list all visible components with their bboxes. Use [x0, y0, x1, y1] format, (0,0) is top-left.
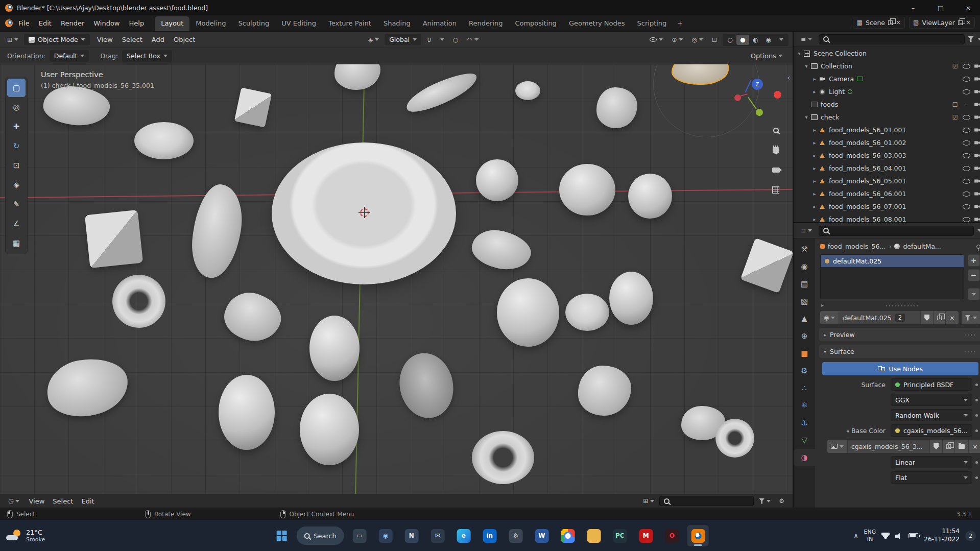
editor-settings-button[interactable]: ⚙ — [776, 496, 787, 506]
bread-slices[interactable] — [43, 354, 132, 421]
proportional-editing-button[interactable]: ○ — [450, 35, 461, 45]
open-image-button[interactable] — [955, 440, 969, 453]
move[interactable]: ✚ — [7, 117, 26, 136]
transform[interactable]: ◈ — [7, 176, 26, 194]
workspace-tab[interactable]: UV Editing — [275, 16, 322, 31]
expander-icon[interactable]: ▸ — [811, 76, 818, 82]
row-label[interactable]: food_models_56_04.001 — [829, 164, 906, 172]
viewlayer-selector[interactable]: ▧ ViewLayer × — [909, 17, 975, 29]
wireframe-shading-button[interactable]: ○ — [724, 35, 736, 45]
notepad-app[interactable]: N — [401, 525, 422, 546]
camera-app[interactable]: ◉ — [375, 525, 396, 546]
row-control-icon[interactable] — [973, 90, 980, 94]
modifiers[interactable]: ⚙ — [794, 362, 815, 379]
row-control-icon[interactable] — [973, 205, 980, 209]
outliner-row[interactable]: ▸ food_models_56_01.001 — [794, 124, 980, 136]
use-nodes-button[interactable]: Use Nodes — [822, 362, 978, 375]
row-label[interactable]: food_models_56_01.002 — [829, 139, 906, 147]
row-control-icon[interactable] — [962, 128, 971, 133]
overlays-button[interactable]: ◎ — [688, 35, 706, 45]
outliner-row[interactable]: ▸ food_models_56_04.001 — [794, 162, 980, 175]
battery-icon[interactable] — [909, 533, 918, 538]
workspace-tab[interactable]: Animation — [417, 16, 463, 31]
users-count-badge[interactable]: 2 — [895, 314, 905, 322]
row-control-icon[interactable] — [973, 218, 980, 222]
cursor[interactable]: ◎ — [7, 98, 26, 116]
cheese-wheel[interactable] — [565, 294, 609, 331]
row-label[interactable]: food_models_56_07.001 — [829, 203, 906, 210]
row-control-icon[interactable] — [973, 192, 980, 196]
browse-material-button[interactable]: ◉ — [820, 311, 839, 324]
constraints[interactable]: ⚓ — [794, 414, 815, 432]
outliner-row[interactable]: foods — [794, 98, 980, 111]
decorator[interactable] — [972, 384, 980, 386]
editor-type-button[interactable]: ≡ — [798, 226, 815, 236]
chevron-down-icon[interactable] — [977, 38, 980, 40]
donut[interactable] — [472, 431, 534, 484]
expander-icon[interactable]: ▸ — [811, 127, 818, 133]
cheese-wedge[interactable] — [740, 238, 793, 293]
fake-user-image-button[interactable] — [930, 440, 943, 453]
editor-menu-item[interactable]: Edit — [77, 496, 98, 507]
row-control-icon[interactable] — [962, 64, 971, 69]
properties-search-input[interactable] — [819, 226, 974, 236]
banana-bunch[interactable] — [187, 181, 247, 281]
row-control-icon[interactable] — [973, 128, 980, 132]
outliner-row[interactable]: ▸ food_models_56_05.001 — [794, 175, 980, 187]
row-label[interactable]: check — [821, 113, 840, 121]
row-label[interactable]: food_models_56_05.001 — [829, 177, 906, 185]
xray-toggle-button[interactable]: ⊡ — [709, 35, 720, 45]
snap-settings-button[interactable] — [437, 36, 447, 43]
editor-type-button[interactable]: ⊞ — [4, 35, 21, 45]
remove-viewlayer-icon[interactable]: × — [966, 19, 971, 26]
y-axis-handle[interactable] — [756, 109, 763, 116]
add-cube[interactable]: ▦ — [7, 234, 26, 252]
row-control-icon[interactable] — [973, 141, 980, 145]
proportional-falloff-button[interactable]: ◠ — [464, 35, 481, 45]
z-axis-handle[interactable]: Z — [752, 79, 763, 90]
row-control-icon[interactable] — [973, 77, 980, 81]
measure[interactable]: ∠ — [7, 214, 26, 233]
breadcrumb-object[interactable]: food_models_56... — [828, 243, 886, 250]
new-viewlayer-icon[interactable] — [958, 20, 963, 25]
notification-badge[interactable]: 2 — [965, 531, 976, 541]
editor-type-button[interactable]: ◷ — [5, 496, 22, 506]
row-control-icon[interactable] — [962, 153, 971, 158]
cake-slice[interactable] — [85, 210, 143, 268]
base-color-value-field[interactable]: cgaxis_models_56... — [891, 424, 972, 437]
volume-icon[interactable] — [895, 533, 903, 539]
shell-slices[interactable] — [468, 225, 535, 275]
word-app[interactable]: W — [531, 525, 553, 546]
view-layer[interactable]: ▧ — [794, 293, 815, 310]
file-explorer[interactable]: ▭ — [349, 525, 370, 546]
workspace-tab[interactable]: Modeling — [189, 16, 232, 31]
blender-menu-icon[interactable] — [5, 19, 13, 27]
zoom-button[interactable] — [770, 125, 781, 136]
donut[interactable] — [715, 419, 754, 458]
outliner-row[interactable]: ▸ food_models_56_07.001 — [794, 200, 980, 213]
filter-button[interactable] — [756, 496, 774, 506]
edge-browser[interactable]: e — [453, 525, 474, 546]
pivot-point-button[interactable]: ◈ — [365, 35, 382, 45]
editor-menu-item[interactable]: View — [25, 496, 49, 507]
language-switcher[interactable]: ENG IN — [864, 529, 876, 543]
menu-item[interactable]: File — [14, 17, 34, 30]
row-control-icon[interactable] — [962, 179, 971, 184]
output[interactable]: ▤ — [794, 275, 815, 293]
blender-app[interactable] — [687, 525, 709, 546]
decorator[interactable] — [972, 399, 980, 401]
decorator[interactable] — [972, 429, 980, 432]
copy-image-button[interactable] — [943, 440, 955, 453]
row-label[interactable]: foods — [821, 101, 838, 108]
distribution-dropdown[interactable]: GGX — [891, 394, 972, 406]
fake-user-button[interactable] — [921, 311, 934, 324]
banana[interactable] — [402, 67, 481, 117]
remove-slot-button[interactable]: − — [968, 269, 980, 281]
expander-icon[interactable]: ▾ — [803, 63, 810, 69]
viewport-menu-item[interactable]: Object — [169, 33, 200, 46]
taskbar-search[interactable]: Search — [296, 526, 344, 545]
viewport-canvas[interactable]: User Perspective (1) check | food_models… — [0, 64, 793, 494]
chrome-browser[interactable] — [557, 525, 579, 546]
material-name-field[interactable]: defaultMat.025 2 — [839, 311, 921, 324]
workspace-tab[interactable]: Layout — [155, 16, 189, 31]
